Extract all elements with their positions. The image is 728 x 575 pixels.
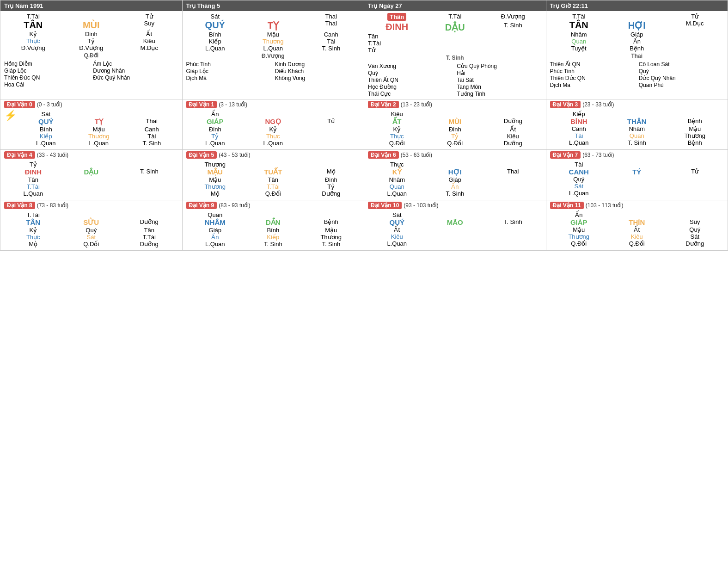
dv-sub2: Kỷ — [244, 126, 302, 133]
dv-role2: Kiêu — [608, 233, 666, 240]
dai-van-label: Đại Vận 0 — [4, 101, 35, 108]
dv-top: Quan — [186, 211, 245, 218]
dai-van-label: Đại Vận 7 — [550, 151, 581, 159]
star-item: Đức Quý Nhân — [93, 74, 178, 81]
dai-van-age: (33 - 43 tuổi) — [37, 152, 68, 158]
dai-van-age: (103 - 113 tuổi) — [586, 202, 624, 209]
tru-sub: Tân — [368, 33, 378, 40]
dv-top: Kiêu — [368, 111, 426, 117]
star-item: Tướng Tinh — [457, 91, 542, 97]
tru-can: ĐINH — [368, 22, 426, 33]
dv-role1: Tài — [550, 132, 608, 139]
dai-van-label: Đại Vận 2 — [368, 101, 399, 108]
dai-van-age: (3 - 13 tuổi) — [219, 101, 247, 108]
dv-role2 — [62, 183, 121, 190]
dv-role2: T.Tài — [244, 183, 302, 190]
dv-chi: THÌN — [608, 218, 666, 226]
tru-sub3: Ất — [120, 31, 178, 37]
dv-role3: Tỷ — [302, 183, 361, 190]
dai-van-content: SátQUÝTỴThaiBínhMậuCanhKiếpThươngTàiL.Qu… — [19, 111, 178, 147]
star-item: Phúc Tinh — [550, 68, 635, 74]
cell-body: T.TàiTửTÂNMÙISuyKỷĐinhẤtThựcTỷKiêuĐ.Vượn… — [0, 11, 182, 90]
star-item: Giáp Lộc — [4, 68, 89, 74]
dv-phase2: L.Quan — [73, 140, 126, 147]
tru-status: M.Dục — [666, 20, 724, 31]
cell-body: T.TàiTửTÂNHỢIM.DụcNhâmGiápQuanẤnTuyệtBện… — [546, 11, 728, 90]
dv-phase3: Dưỡng — [666, 240, 724, 247]
tru-phase3: T. Sinh — [302, 45, 361, 52]
tru-sub1: Kỷ — [4, 31, 62, 37]
dv-can: QUÝ — [368, 218, 426, 226]
dv-can: ĐINH — [4, 168, 62, 176]
lightning-icon: ⚡ — [4, 111, 17, 121]
dv-top: Kiếp — [550, 111, 608, 117]
dv-phase2: Q.Đối — [244, 190, 302, 197]
dv-role3: Sát — [666, 233, 724, 240]
star-item: Phúc Tinh — [186, 61, 271, 68]
dv-role3: Kiêu — [484, 133, 542, 140]
cell-header: Trụ Giờ 22:11 — [546, 0, 728, 11]
main-grid: Trụ Năm 1991T.TàiTửTÂNMÙISuyKỷĐinhẤtThực… — [0, 0, 728, 251]
tru-can: TÂN — [4, 20, 62, 31]
dv-phase2 — [62, 190, 121, 197]
tru-top-right: Tử — [666, 13, 724, 20]
dv-sub1: Kỷ — [4, 227, 62, 234]
dv-status: Mộ — [302, 168, 361, 176]
dai-van-body: ThươngMẬUTUẤTMộMậuTânĐinhThươngT.TàiTỷMộ… — [183, 160, 364, 200]
dv-role2: Sát — [62, 234, 121, 241]
tru-sub2: Mậu — [244, 31, 302, 38]
tru-sub2: Đinh — [62, 31, 121, 37]
dv-status: Bệnh — [302, 218, 361, 227]
dv-phase1: L.Quan — [368, 240, 426, 247]
tru-status: Suy — [120, 20, 178, 31]
dv-can: MẬU — [186, 168, 245, 176]
dv-chi: TÝ — [608, 168, 666, 176]
dv-sub1: Ất — [368, 226, 426, 233]
dv-role2 — [608, 183, 666, 190]
star-item: Thiên Đức QN — [4, 74, 89, 81]
dai-van-age: (73 - 83 tuổi) — [37, 202, 68, 209]
dv-phase3: Bệnh — [666, 139, 724, 146]
dv-can: KỶ — [368, 168, 426, 176]
dv-role1: Thương — [550, 233, 608, 240]
tru-sub1: Nhâm — [550, 31, 608, 38]
dai-van-age: (53 - 63 tuổi) — [401, 152, 432, 158]
dv-phase2 — [608, 190, 666, 197]
dv-sub1: Đinh — [186, 126, 245, 133]
dv-can: TÂN — [4, 218, 62, 227]
dv-sub2: Bính — [244, 227, 302, 234]
dai-van-header: Đại Vận 9 (83 - 93 tuổi) — [183, 200, 364, 210]
dv-phase1: L.Quan — [550, 190, 608, 197]
cell-header: Trụ Tháng 5 — [183, 0, 364, 11]
dv-phase1: L.Quan — [4, 190, 62, 197]
dv-phase1: L.Quan — [368, 190, 426, 197]
dv-role1: Kiêu — [368, 233, 426, 240]
dv-sub2: Giáp — [426, 176, 484, 183]
tru-top-left: T.Tài — [4, 13, 62, 20]
tru-cell: Trụ Ngày 27ThânT.TàiĐ.VượngĐINHDẬUT. Sin… — [364, 0, 546, 99]
cell-header: Trụ Năm 1991 — [0, 0, 182, 11]
dv-role1: Ấn — [186, 234, 245, 241]
dv-sub2: Ất — [608, 226, 666, 233]
dai-van-label: Đại Vận 5 — [186, 151, 217, 159]
dv-sub1: Tân — [4, 176, 62, 183]
dai-van-label: Đại Vận 4 — [4, 151, 35, 159]
dv-phase2: Q.Đối — [426, 140, 484, 147]
dai-van-age: (13 - 23 tuổi) — [401, 101, 432, 108]
dai-van-cell: Đại Vận 1 (3 - 13 tuổi)ẤnGIÁPNGỌTửĐinhKỷ… — [183, 99, 365, 150]
star-item: Thái Cực — [368, 91, 453, 97]
dv-can: BÍNH — [550, 117, 608, 125]
dv-phase3: T. Sinh — [302, 241, 361, 247]
dv-status: T. Sinh — [484, 218, 542, 226]
dai-van-header: Đại Vận 1 (3 - 13 tuổi) — [183, 99, 364, 110]
dv-status: Thai — [484, 168, 542, 176]
tru-can: QUÝ — [186, 20, 245, 31]
dv-sub3: Đinh — [302, 176, 361, 183]
dv-phase1: L.Quan — [19, 140, 73, 147]
star-item: Văn Xương — [368, 63, 453, 69]
dai-van-body: ⚡SátQUÝTỴThaiBínhMậuCanhKiếpThươngTàiL.Q… — [0, 110, 182, 149]
dv-chi: DẦN — [244, 218, 302, 227]
dv-role3 — [484, 233, 542, 240]
dv-role2 — [426, 233, 484, 240]
dai-van-label: Đại Vận 11 — [550, 202, 584, 209]
